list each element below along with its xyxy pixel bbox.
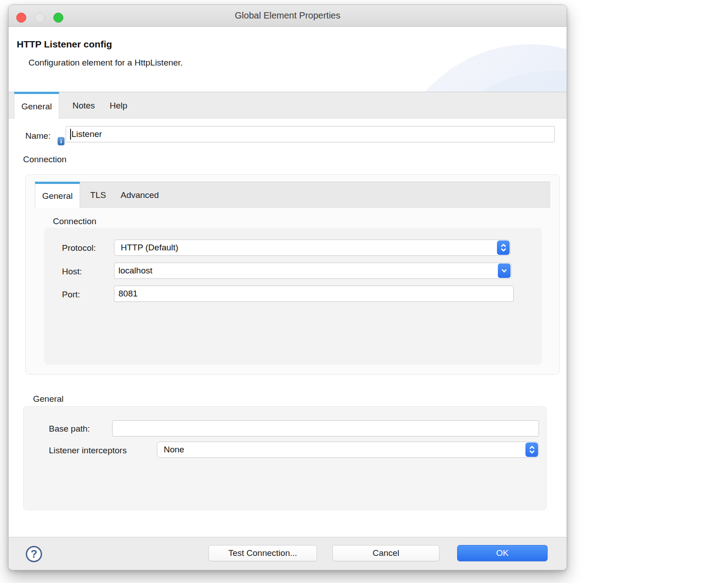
protocol-label: Protocol:	[62, 243, 96, 253]
port-input[interactable]: 8081	[114, 286, 514, 302]
cancel-button[interactable]: Cancel	[332, 545, 440, 561]
tab-notes-label: Notes	[72, 101, 95, 111]
base-path-input[interactable]	[112, 420, 539, 437]
global-element-properties-dialog: Global Element Properties HTTP Listener …	[8, 5, 567, 570]
port-input-value: 8081	[118, 289, 137, 299]
connection-tab-strip: General TLS Advanced	[35, 182, 550, 208]
tab-general[interactable]: General	[14, 92, 59, 119]
dialog-header: HTTP Listener config Configuration eleme…	[9, 27, 567, 94]
help-icon[interactable]: ?	[26, 546, 42, 562]
host-label: Host:	[62, 267, 82, 277]
window-controls	[16, 13, 63, 23]
chevron-down-icon	[498, 263, 511, 278]
info-icon: i	[57, 137, 65, 146]
window-title: Global Element Properties	[235, 10, 340, 21]
host-value: localhost	[114, 266, 511, 276]
help-icon-glyph: ?	[31, 548, 38, 560]
protocol-dropdown[interactable]: HTTP (Default)	[114, 240, 511, 256]
tab-general-label: General	[21, 102, 52, 112]
main-tab-strip: General Notes Help	[9, 92, 567, 118]
dropdown-stepper-icon	[497, 240, 510, 255]
dialog-footer: ? Test Connection... Cancel OK	[9, 537, 567, 570]
name-input-value: Listener	[71, 129, 102, 139]
base-path-label: Base path:	[49, 424, 90, 434]
name-label: Name:	[25, 131, 51, 141]
tab-connection-general[interactable]: General	[35, 182, 80, 208]
tab-connection-advanced-label: Advanced	[121, 190, 159, 200]
cancel-button-label: Cancel	[373, 548, 399, 558]
tab-help-label: Help	[109, 101, 127, 111]
dropdown-stepper-icon	[525, 442, 538, 457]
tab-connection-tls-label: TLS	[90, 190, 106, 200]
connection-group: General TLS Advanced Connection Protocol…	[25, 174, 560, 375]
ok-button-label: OK	[496, 548, 508, 558]
connection-fields-box: Protocol: HTTP (Default) Host: localhost	[44, 228, 542, 365]
listener-interceptors-value: None	[157, 445, 539, 455]
text-caret	[70, 129, 71, 140]
host-combobox[interactable]: localhost	[114, 263, 511, 279]
dialog-subtitle: Configuration element for a HttpListener…	[28, 58, 183, 68]
tab-connection-tls[interactable]: TLS	[84, 182, 113, 208]
general-section-label: General	[33, 394, 64, 404]
minimize-window-button[interactable]	[35, 13, 45, 23]
test-connection-button[interactable]: Test Connection...	[208, 545, 317, 561]
test-connection-button-label: Test Connection...	[228, 548, 297, 558]
protocol-value: HTTP (Default)	[114, 243, 510, 253]
tab-connection-general-label: General	[42, 191, 73, 201]
general-group: Base path: Listener interceptors None	[23, 406, 547, 510]
ok-button[interactable]: OK	[457, 545, 548, 561]
connection-section-label: Connection	[23, 155, 66, 165]
close-window-button[interactable]	[16, 13, 26, 23]
tab-help[interactable]: Help	[102, 92, 135, 119]
title-bar[interactable]: Global Element Properties	[9, 5, 567, 27]
name-input[interactable]: Listener	[66, 126, 555, 142]
port-label: Port:	[62, 290, 80, 300]
listener-interceptors-dropdown[interactable]: None	[157, 442, 539, 458]
tab-connection-advanced[interactable]: Advanced	[113, 182, 167, 208]
listener-interceptors-label: Listener interceptors	[49, 446, 127, 456]
connection-group-label: Connection	[53, 216, 96, 226]
tab-notes[interactable]: Notes	[65, 92, 102, 119]
dialog-title: HTTP Listener config	[17, 39, 112, 50]
zoom-window-button[interactable]	[53, 13, 63, 23]
